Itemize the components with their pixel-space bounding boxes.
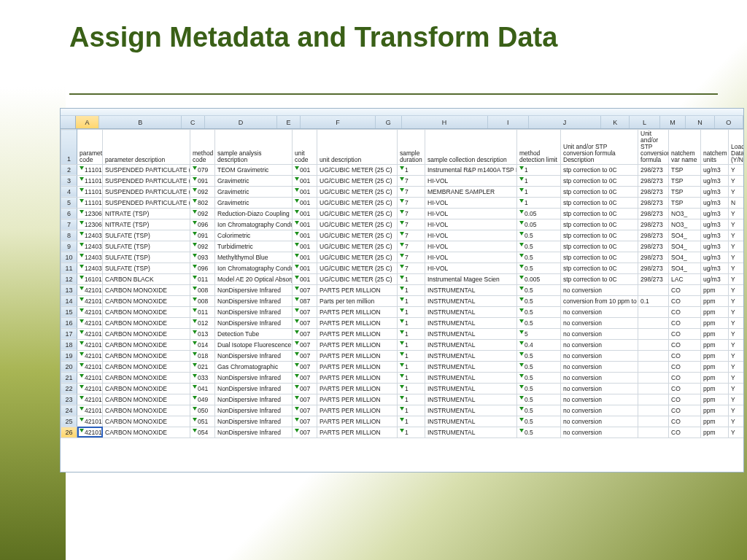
cell[interactable]: PARTS PER MILLION: [317, 361, 398, 372]
cell[interactable]: Dual Isotope Fluorescence: [215, 339, 293, 350]
cell[interactable]: [638, 427, 669, 438]
cell[interactable]: 096: [190, 219, 215, 230]
select-all-corner[interactable]: [61, 116, 76, 128]
cell[interactable]: 041: [190, 383, 215, 394]
column-header-A[interactable]: A: [76, 116, 100, 128]
cell[interactable]: 7: [398, 208, 425, 219]
cell[interactable]: UG/CUBIC METER (25 C): [317, 230, 398, 241]
cell[interactable]: ug/m3: [701, 252, 729, 262]
column-header-K[interactable]: K: [601, 116, 630, 128]
cell[interactable]: 1: [398, 306, 425, 317]
cell[interactable]: 42101: [77, 427, 103, 438]
field-header[interactable]: parameter description: [103, 130, 190, 165]
cell[interactable]: Y: [729, 273, 745, 284]
column-header-H[interactable]: H: [402, 116, 488, 128]
cell[interactable]: NonDispersive Infrared: [215, 405, 293, 416]
cell[interactable]: INSTRUMENTAL: [425, 284, 517, 295]
cell[interactable]: SUSPENDED PARTICULATE (TSP): [103, 175, 190, 186]
cell[interactable]: 1: [398, 284, 425, 295]
column-header-C[interactable]: C: [182, 116, 205, 128]
cell[interactable]: 298/273: [638, 241, 669, 252]
cell[interactable]: PARTS PER MILLION: [317, 383, 398, 394]
cell[interactable]: stp correction to 0C: [561, 186, 638, 197]
cell[interactable]: Y: [729, 416, 745, 427]
cell[interactable]: Turbidimetric: [215, 241, 293, 252]
cell[interactable]: 091: [190, 230, 215, 241]
cell[interactable]: 7: [398, 197, 425, 208]
cell[interactable]: SUSPENDED PARTICULATE (TSP): [103, 197, 190, 208]
cell[interactable]: NonDispersive Infrared: [215, 284, 293, 295]
cell[interactable]: Y: [729, 372, 745, 383]
cell[interactable]: 298/273: [638, 164, 669, 175]
cell[interactable]: [638, 394, 669, 405]
column-header-I[interactable]: I: [488, 116, 529, 128]
cell[interactable]: INSTRUMENTAL: [425, 405, 517, 416]
cell[interactable]: [638, 350, 669, 361]
cell[interactable]: 051: [190, 416, 215, 427]
row-header[interactable]: 1: [61, 130, 77, 165]
cell[interactable]: stp correction to 0C: [561, 175, 638, 186]
cell[interactable]: 1: [517, 164, 561, 175]
cell[interactable]: no conversion: [561, 394, 638, 405]
cell[interactable]: INSTRUMENTAL: [425, 317, 517, 328]
cell[interactable]: PARTS PER MILLION: [317, 416, 398, 427]
cell[interactable]: 12306: [77, 219, 103, 230]
cell[interactable]: NonDispersive Infrared: [215, 416, 293, 427]
row-header[interactable]: 7: [61, 219, 77, 230]
cell[interactable]: stp correction to 0C: [561, 219, 638, 230]
cell[interactable]: 42101: [77, 372, 103, 383]
cell[interactable]: 298/273: [638, 175, 669, 186]
cell[interactable]: 7: [398, 219, 425, 230]
row-header[interactable]: 26: [61, 427, 77, 438]
cell[interactable]: ppm: [701, 372, 729, 383]
cell[interactable]: SUSPENDED PARTICULATE (TSP): [103, 186, 190, 197]
cell[interactable]: 42101: [77, 383, 103, 394]
cell[interactable]: 16101: [77, 273, 103, 284]
field-header[interactable]: method detection limit: [517, 130, 561, 165]
cell[interactable]: 11101: [77, 164, 103, 175]
cell[interactable]: Y: [729, 394, 745, 405]
row-header[interactable]: 12: [61, 273, 77, 284]
row-header[interactable]: 23: [61, 394, 77, 405]
cell[interactable]: ppm: [701, 306, 729, 317]
cell[interactable]: ug/m3: [701, 208, 729, 219]
cell[interactable]: 007: [293, 350, 317, 361]
cell[interactable]: 054: [190, 427, 215, 438]
cell[interactable]: ug/m3: [701, 197, 729, 208]
cell[interactable]: 0.5: [517, 361, 561, 372]
cell[interactable]: Y: [729, 241, 745, 252]
cell[interactable]: no conversion: [561, 416, 638, 427]
cell[interactable]: Parts per ten million: [317, 295, 398, 306]
cell[interactable]: PARTS PER MILLION: [317, 306, 398, 317]
cell[interactable]: no conversion: [561, 328, 638, 339]
cell[interactable]: 007: [293, 317, 317, 328]
cell[interactable]: UG/CUBIC METER (25 C): [317, 197, 398, 208]
cell[interactable]: SULFATE (TSP): [103, 252, 190, 262]
column-header-D[interactable]: D: [205, 116, 277, 128]
cell[interactable]: LAC: [669, 273, 701, 284]
cell[interactable]: Instrumental Magee Scien: [425, 273, 517, 284]
cell[interactable]: 0.05: [517, 219, 561, 230]
cell[interactable]: 11101: [77, 197, 103, 208]
cell[interactable]: CO: [669, 306, 701, 317]
cell[interactable]: stp correction to 0C: [561, 273, 638, 284]
cell[interactable]: SO4_: [669, 252, 701, 262]
cell[interactable]: 050: [190, 405, 215, 416]
cell[interactable]: Reduction-Diazo Coupling: [215, 208, 293, 219]
cell[interactable]: 11101: [77, 186, 103, 197]
cell[interactable]: 012: [190, 317, 215, 328]
cell[interactable]: UG/CUBIC METER (25 C): [317, 208, 398, 219]
cell[interactable]: NonDispersive Infrared: [215, 372, 293, 383]
cell[interactable]: 7: [398, 252, 425, 262]
cell[interactable]: no conversion: [561, 350, 638, 361]
cell[interactable]: PARTS PER MILLION: [317, 350, 398, 361]
cell[interactable]: 802: [190, 197, 215, 208]
cell[interactable]: [638, 317, 669, 328]
cell[interactable]: Instrumental R&P m1400A TSP HD: [425, 164, 517, 175]
cell[interactable]: 42101: [77, 328, 103, 339]
cell[interactable]: PARTS PER MILLION: [317, 427, 398, 438]
cell[interactable]: Y: [729, 339, 745, 350]
cell[interactable]: 298/273: [638, 252, 669, 262]
cell[interactable]: stp correction to 0C: [561, 208, 638, 219]
cell[interactable]: [638, 339, 669, 350]
